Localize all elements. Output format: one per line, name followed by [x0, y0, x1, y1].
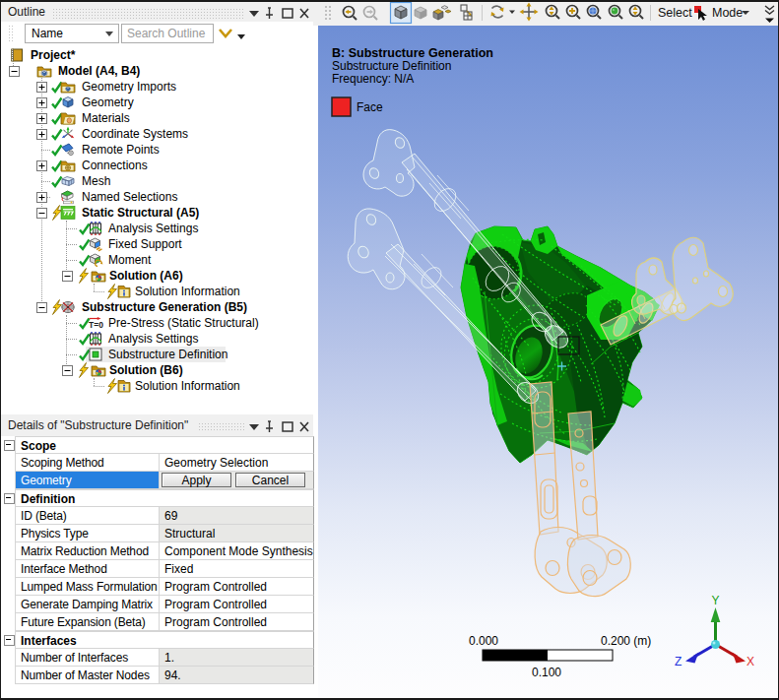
svg-text:X: X [747, 655, 754, 668]
svg-text:Frequency: N/A: Frequency: N/A [332, 72, 414, 86]
svg-text:Substructure Definition: Substructure Definition [332, 59, 451, 73]
svg-text:Z: Z [675, 655, 682, 668]
svg-text:Select: Select [658, 6, 692, 20]
svg-text:0.000: 0.000 [469, 634, 498, 648]
svg-text:Face: Face [357, 100, 383, 114]
svg-text:B: Substructure Generation: B: Substructure Generation [332, 46, 493, 60]
svg-text:0.100: 0.100 [532, 666, 561, 679]
svg-text:Y: Y [712, 594, 720, 607]
svg-text:0.200 (m): 0.200 (m) [601, 634, 651, 648]
svg-text:Mode: Mode [712, 6, 743, 20]
